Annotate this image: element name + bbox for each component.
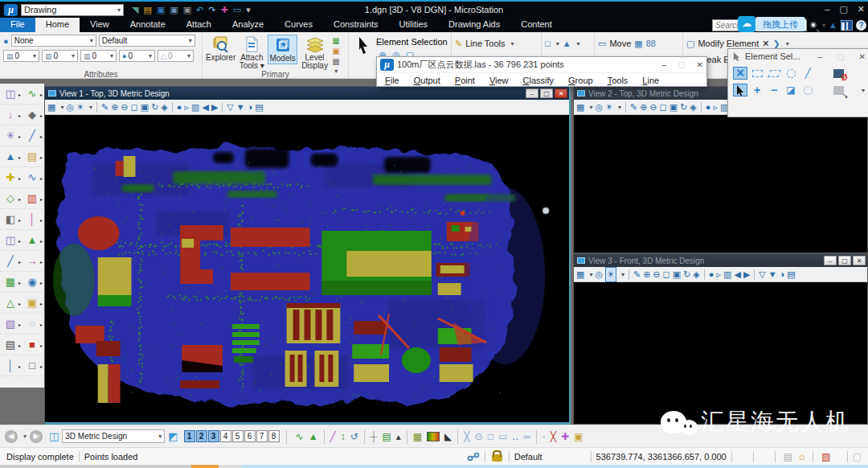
window-table-tool[interactable]: ▤ — [0, 335, 21, 355]
chevron-down-icon[interactable]: ▾ — [589, 271, 592, 278]
view-group-combo[interactable]: 3D Metric Design▾ — [62, 429, 165, 443]
render-mode-icon[interactable]: ◑ — [248, 101, 253, 114]
alignment-tool[interactable]: ▤ — [22, 146, 43, 167]
workflow-dropdown[interactable]: Drawing ▾ — [21, 4, 124, 16]
snap-lines-icon[interactable]: ═ — [523, 431, 530, 442]
redo-icon[interactable]: ↷ — [208, 4, 215, 15]
tab-content[interactable]: Content — [510, 18, 563, 32]
print-icon[interactable]: ▭ — [233, 4, 241, 15]
clip-volume-icon[interactable]: ▽ — [759, 268, 765, 281]
view-next-icon[interactable]: ▶ — [211, 101, 218, 114]
circle-select-icon[interactable] — [784, 67, 798, 80]
drainage-tool[interactable]: ╱ — [0, 251, 21, 272]
pointcloud-maximize-button[interactable]: ▢ — [678, 60, 685, 69]
tower-tool[interactable]: ✚ — [0, 167, 21, 188]
sun-icon[interactable]: ☀ — [605, 267, 616, 282]
snap-point-icon[interactable]: · — [542, 431, 546, 442]
zoom-in-icon[interactable]: ⊕ — [640, 101, 647, 114]
rect-tool-tool[interactable]: □ — [22, 355, 43, 376]
reference-icon[interactable]: ▦ — [332, 36, 345, 45]
fly-icon[interactable]: ▹ — [716, 268, 721, 281]
chevron-down-icon[interactable]: ▾ — [621, 271, 624, 278]
tab-curves[interactable]: Curves — [274, 18, 323, 32]
view1-canvas[interactable] — [45, 115, 569, 421]
bentley-connect-icon[interactable]: ▌▎ — [841, 20, 853, 31]
view1-restore-button[interactable]: ▢ — [540, 88, 553, 98]
tab-drawing-aids[interactable]: Drawing Aids — [438, 18, 510, 32]
view-attributes-icon[interactable]: ▦ — [576, 268, 584, 281]
tab-home[interactable]: Home — [35, 18, 80, 32]
overlap-mode-icon[interactable]: ◪ — [784, 84, 798, 96]
attach-tools-button[interactable]: Attach Tools ▾ — [237, 35, 266, 71]
attribute-combo-1[interactable]: ▥0▾ — [42, 50, 78, 62]
corridor-tool[interactable]: ╱ — [22, 125, 43, 146]
cube-model-tool[interactable]: → — [22, 251, 43, 272]
crossing-icon[interactable]: ┼ — [371, 431, 378, 442]
history-icon[interactable]: ▤ — [784, 451, 792, 462]
tab-analyze[interactable]: Analyze — [222, 18, 274, 32]
pointcloud-minimize-button[interactable]: – — [662, 60, 667, 69]
view3-canvas[interactable] — [574, 282, 867, 423]
solids-tool[interactable]: ▧ — [0, 314, 21, 335]
zoom-out-icon[interactable]: ⊖ — [649, 101, 657, 114]
models-button[interactable]: Models — [268, 35, 297, 64]
help-icon[interactable]: ? — [856, 20, 866, 31]
plane-tool-icon[interactable]: ▲ — [309, 431, 318, 442]
pointcloud-window-titlebar[interactable]: μ 100m厂区点云数据.las - 36 796 231 points – ▢… — [377, 57, 706, 72]
touching-mode-icon[interactable] — [800, 84, 815, 96]
template-drop-tool[interactable]: ∿ — [22, 167, 43, 188]
attribute-combo-2[interactable]: ▥0▾ — [80, 50, 117, 62]
place-multiline-icon[interactable]: ▲ — [563, 39, 571, 48]
expand-icon[interactable]: ▾ — [862, 87, 865, 94]
snap-cross-icon[interactable]: ╳ — [464, 431, 469, 442]
fly-icon[interactable]: ▹ — [713, 101, 718, 114]
tab-view[interactable]: View — [80, 18, 120, 32]
multisnap-icon[interactable]: ╳ — [551, 431, 556, 442]
view-previous-icon[interactable]: ◀ — [202, 101, 208, 114]
drag-upload-button[interactable]: 拖拽上传 — [755, 17, 805, 31]
level-display-button[interactable]: Level Display — [299, 35, 330, 71]
chevron-down-icon[interactable]: ▾ — [618, 104, 621, 111]
shape-select-icon[interactable] — [767, 67, 781, 80]
collapse-ribbon-icon[interactable]: ▲ — [829, 20, 837, 30]
update-view-icon[interactable]: ✎ — [101, 101, 108, 114]
tab-constraints[interactable]: Constraints — [323, 18, 389, 32]
move-selection-icon[interactable]: ❌︎ — [733, 67, 747, 80]
snap-dots-icon[interactable]: ‥ — [512, 431, 518, 442]
menu-group[interactable]: Group — [568, 76, 593, 85]
pointcloud-close-button[interactable]: ✕ — [697, 60, 703, 69]
view-4-toggle[interactable]: 4 — [220, 430, 231, 442]
view3-close-button[interactable]: ✕ — [853, 256, 866, 265]
tab-file[interactable]: File — [0, 18, 35, 32]
circle-tool-tool[interactable]: ○ — [22, 314, 43, 335]
profile-import-tool[interactable]: ◆ — [22, 105, 43, 125]
terrain-model-tool[interactable]: ∿ — [22, 84, 43, 105]
view-6-toggle[interactable]: 6 — [244, 430, 256, 442]
signal-grid-icon[interactable]: ▦ — [413, 431, 422, 442]
fit-view-icon[interactable]: ▣ — [669, 101, 678, 114]
trees-tool[interactable]: △ — [0, 293, 21, 314]
globe-icon[interactable]: ◎ — [595, 268, 603, 281]
element-selection-maximize-button[interactable]: ▢ — [837, 52, 844, 61]
view-attributes-icon[interactable]: ▦ — [47, 101, 55, 114]
layers-green-icon[interactable]: ▤ — [382, 431, 391, 442]
fit-view-icon[interactable]: ▣ — [673, 268, 681, 281]
chevron-down-icon[interactable]: ▾ — [589, 104, 592, 111]
attribute-combo-0[interactable]: ▤0▾ — [3, 50, 39, 62]
maximize-button[interactable]: ▢ — [839, 4, 847, 14]
view-previous-icon[interactable]: ◀ — [734, 268, 740, 281]
element-selection-titlebar[interactable]: Element Sel... – ▢ ✕ — [728, 49, 868, 64]
segment-icon[interactable]: ↺ — [350, 431, 358, 442]
view-toggle-icon[interactable]: ◩ — [168, 430, 178, 442]
menu-output[interactable]: Output — [414, 76, 440, 85]
view-attributes-icon[interactable]: ▦ — [576, 101, 584, 114]
workflow-menu-icon[interactable]: ◥ — [132, 4, 138, 15]
snap-circle-icon[interactable]: ⊙ — [475, 431, 483, 442]
cloud-upload-icon[interactable]: ☁ — [738, 16, 755, 32]
tab-utilities[interactable]: Utilities — [389, 18, 438, 32]
update-view-icon[interactable]: ✎ — [633, 268, 641, 281]
element-selection-close-button[interactable]: ✕ — [859, 52, 866, 61]
globe-icon[interactable]: ◎ — [595, 101, 603, 114]
snap-vertical-icon[interactable]: ✚ — [561, 431, 569, 442]
survey-link-tool[interactable]: ◇ — [0, 188, 21, 209]
